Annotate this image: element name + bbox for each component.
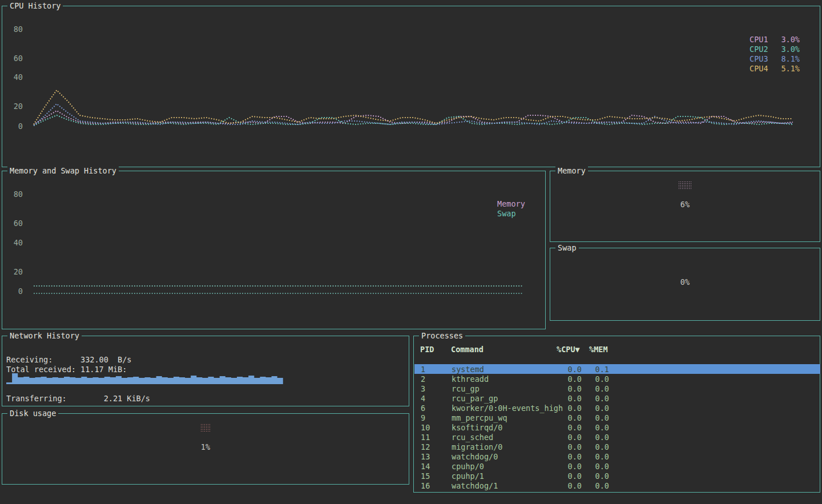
process-pid: 14 — [421, 462, 430, 471]
process-row[interactable]: 15cpuhp/10.00.0 — [414, 471, 820, 481]
process-mem: 0.0 — [595, 442, 609, 451]
process-cpu: 0.0 — [567, 365, 582, 374]
process-mem: 0.0 — [595, 384, 609, 393]
cpu-legend-item: CPU38.1% — [750, 54, 800, 63]
process-pid: 1 — [421, 365, 425, 374]
process-row[interactable]: 4rcu_par_gp0.00.0 — [414, 393, 820, 403]
swap-panel: Swap 0% — [550, 248, 820, 321]
process-row[interactable]: 9mm_percpu_wq0.00.0 — [414, 413, 820, 422]
disk-gauge-icon — [200, 424, 211, 432]
swap-title: Swap — [555, 243, 579, 252]
process-pid: 12 — [421, 442, 430, 451]
process-mem: 0.0 — [595, 394, 609, 403]
process-row[interactable]: 6kworker/0:0H-events_high0.00.0 — [414, 403, 820, 413]
process-command: cpuhp/0 — [452, 462, 484, 471]
process-cpu: 0.0 — [567, 462, 582, 471]
disk-percent: 1% — [2, 442, 409, 451]
column-header-mem[interactable]: %MEM — [589, 345, 608, 354]
memory-swap-history-panel: Memory and Swap History 806040200 Memory… — [2, 171, 546, 329]
y-tick-label: 0 — [7, 122, 23, 131]
process-pid: 4 — [421, 394, 425, 403]
memory-title: Memory — [555, 166, 588, 175]
y-tick-label: 40 — [7, 72, 23, 82]
column-header-command[interactable]: Command — [451, 345, 483, 354]
cpu-history-panel: CPU History 806040200 CPU13.0%CPU23.0%CP… — [2, 6, 820, 167]
processes-panel: Processes PID Command %CPU▼ %MEM 1system… — [413, 336, 820, 493]
process-cpu: 0.0 — [567, 433, 582, 442]
process-cpu: 0.0 — [567, 442, 582, 451]
process-cpu: 0.0 — [567, 452, 582, 461]
network-history-panel: Network History Receiving: 332.00 B/s To… — [2, 336, 409, 406]
process-pid: 11 — [421, 433, 430, 442]
process-cpu: 0.0 — [567, 423, 582, 432]
process-pid: 16 — [421, 481, 430, 490]
memory-panel: Memory 6% — [550, 171, 820, 242]
process-row[interactable]: 16watchdog/10.00.0 — [414, 481, 820, 490]
y-tick-label: 80 — [7, 189, 23, 199]
process-command: kthreadd — [452, 374, 489, 384]
memory-swap-chart — [2, 171, 545, 329]
process-command: systemd — [452, 365, 484, 374]
process-command: watchdog/0 — [452, 452, 498, 461]
process-command: rcu_sched — [452, 433, 493, 442]
y-tick-label: 60 — [7, 219, 23, 228]
memory-gauge-icon — [678, 181, 692, 189]
process-mem: 0.0 — [595, 452, 609, 461]
process-cpu: 0.0 — [567, 404, 582, 413]
memory-percent: 6% — [550, 200, 820, 209]
y-tick-label: 20 — [7, 102, 23, 111]
column-header-cpu[interactable]: %CPU▼ — [557, 345, 580, 354]
process-cpu: 0.0 — [567, 384, 582, 393]
y-tick-label: 20 — [7, 267, 23, 276]
process-cpu: 0.0 — [567, 413, 582, 422]
process-row[interactable]: 13watchdog/00.00.0 — [414, 451, 820, 461]
process-row[interactable]: 14cpuhp/00.00.0 — [414, 461, 820, 471]
process-pid: 13 — [421, 452, 430, 461]
process-row[interactable]: 11rcu_sched0.00.0 — [414, 432, 820, 442]
disk-usage-panel: Disk usage 1% — [2, 413, 409, 485]
process-pid: 10 — [421, 423, 430, 432]
process-mem: 0.0 — [595, 404, 609, 413]
process-command: migration/0 — [452, 442, 502, 451]
process-mem: 0.0 — [595, 433, 609, 442]
process-mem: 0.0 — [595, 413, 609, 422]
process-mem: 0.0 — [595, 462, 609, 471]
processes-title: Processes — [419, 331, 465, 340]
process-command: rcu_gp — [452, 384, 480, 393]
y-tick-label: 0 — [7, 287, 23, 296]
cpu-history-chart — [2, 6, 820, 167]
process-cpu: 0.0 — [567, 394, 582, 403]
y-tick-label: 80 — [7, 25, 23, 34]
column-header-pid[interactable]: PID — [420, 345, 434, 354]
swap-percent: 0% — [550, 277, 820, 287]
process-mem: 0.0 — [595, 471, 609, 481]
process-cpu: 0.0 — [567, 481, 582, 490]
process-cpu: 0.0 — [567, 471, 582, 481]
process-command: watchdog/1 — [452, 481, 498, 490]
process-pid: 9 — [421, 413, 425, 422]
cpu-legend-item: CPU13.0% — [750, 35, 800, 44]
network-transferring: Transferring: 2.21 KiB/s — [6, 394, 150, 403]
process-command: ksoftirqd/0 — [452, 423, 502, 432]
process-row[interactable]: 12migration/00.00.0 — [414, 442, 820, 451]
process-row[interactable]: 2kthreadd0.00.0 — [414, 374, 820, 384]
process-row[interactable]: 10ksoftirqd/00.00.0 — [414, 422, 820, 432]
y-tick-label: 60 — [7, 54, 23, 63]
process-row-selected[interactable]: 1systemd0.00.1 — [414, 364, 820, 374]
process-pid: 2 — [421, 374, 425, 384]
process-mem: 0.0 — [595, 423, 609, 432]
process-command: kworker/0:0H-events_high — [452, 404, 563, 413]
process-row[interactable]: 3rcu_gp0.00.0 — [414, 384, 820, 393]
memswap-legend-item: Swap — [497, 209, 516, 218]
cpu-legend-item: CPU23.0% — [750, 45, 800, 54]
cpu-legend-item: CPU45.1% — [750, 64, 800, 73]
process-command: cpuhp/1 — [452, 471, 484, 481]
process-mem: 0.1 — [595, 365, 609, 374]
process-command: rcu_par_gp — [452, 394, 498, 403]
process-pid: 15 — [421, 471, 430, 481]
process-pid: 6 — [421, 404, 425, 413]
process-cpu: 0.0 — [567, 374, 582, 384]
process-mem: 0.0 — [595, 374, 609, 384]
y-tick-label: 40 — [7, 238, 23, 247]
memswap-legend-item: Memory — [497, 199, 525, 208]
